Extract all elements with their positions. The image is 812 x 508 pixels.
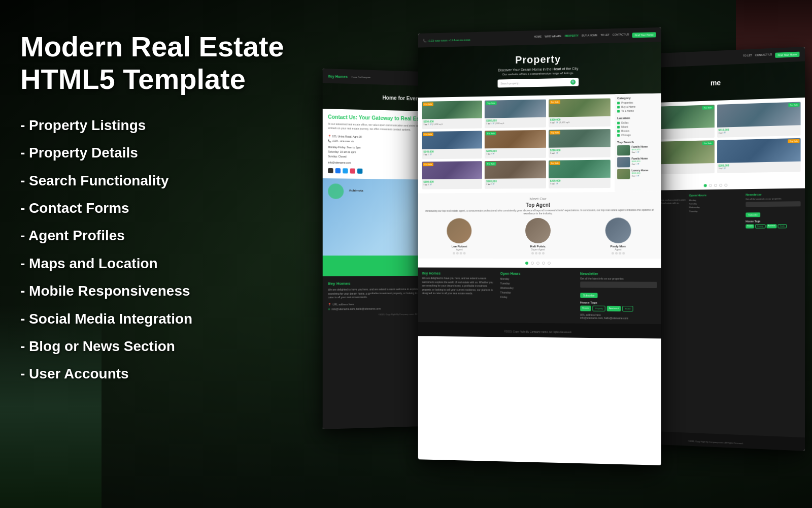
agent-card-2: Keli Polsic Super Agent xyxy=(500,218,576,255)
right-page-dot-5[interactable] xyxy=(724,184,727,187)
main-footer-subscribe-btn[interactable]: Subscribe xyxy=(580,293,598,298)
social-icon-4 xyxy=(350,168,355,173)
feature-3: - Search Functionality xyxy=(20,172,294,190)
loc-label-3: Boston xyxy=(621,130,629,133)
agent-social-3 xyxy=(580,252,657,255)
rcard-item-2: For Sale $310,000 4🛏 3🚿 xyxy=(717,102,801,137)
main-sidebar: Category Properties Buy a Home To a Home xyxy=(615,93,661,192)
page-dot-2[interactable] xyxy=(531,262,534,265)
right-tag-4: Studio xyxy=(778,224,787,228)
rcard-badge-2: For Sale xyxy=(788,103,799,107)
rcard-badge-3: For Sale xyxy=(702,141,713,145)
listing-badge-1: For Sale xyxy=(423,103,434,106)
agent-photo-3 xyxy=(605,217,631,243)
listing-item-8: For Sale $165,000 2 🛏 2 🚿 xyxy=(485,161,546,189)
main-nav-cta[interactable]: Find Your Home xyxy=(632,32,656,38)
listing-badge-6: Top Sale xyxy=(550,131,561,134)
main-footer-house-tags-title: House Tags xyxy=(580,301,657,304)
contact-hours-weekday: Monday-Friday: 9am to 5pm xyxy=(328,145,361,149)
top-search-meta-1: 3🛏 1🚿 xyxy=(632,151,648,153)
listing-img-4: For Sale xyxy=(422,131,483,149)
feature-9: - Blog or News Section xyxy=(20,337,294,356)
right-page-dot-4[interactable] xyxy=(719,184,722,187)
right-tags: Houses Property Apartment Studio xyxy=(746,224,800,229)
tag-apartment: Apartment xyxy=(607,306,621,311)
loc-checkbox-4[interactable] xyxy=(617,134,620,136)
top-search-meta-2: 2🛏 1🚿 xyxy=(632,163,648,165)
top-search-img-3 xyxy=(617,169,630,179)
s-dot-12 xyxy=(622,252,625,255)
main-nav-logo: 📞 +123-aaa-aaaa +124-aaaa-aaaa xyxy=(423,38,470,42)
main-footer-col1: Ifey Homes We are delighted to have you … xyxy=(422,271,496,319)
agents-grid: Lee Robert Agent Keli Polsic Super Agent xyxy=(422,217,657,255)
main-footer-newsletter-input[interactable] xyxy=(580,281,657,288)
feature-2: - Property Details xyxy=(20,144,294,162)
s-dot-1 xyxy=(453,252,455,255)
sidebar-location: Location Dallas Miami Boston xyxy=(617,116,659,137)
main-search-bar[interactable]: Search property... 🔍 xyxy=(498,78,579,87)
loc-checkbox-1[interactable] xyxy=(617,121,620,124)
listing-item-9: For Sale $275,000 3 🛏 2 🚿 xyxy=(549,160,611,188)
main-footer-col2: Open Hours Monday Tuesday Wednesday Thur… xyxy=(500,272,576,320)
right-page-dot-2[interactable] xyxy=(709,184,712,187)
sidebar-top-title: Top Search xyxy=(617,140,659,144)
right-tags-title: House Tags xyxy=(746,219,800,223)
main-footer-newsletter-desc: Get all the latest info on our propertie… xyxy=(580,277,657,280)
agents-title: Top Agent xyxy=(422,202,657,208)
cat-checkbox-3[interactable] xyxy=(617,110,620,112)
page-dot-5[interactable] xyxy=(548,262,551,265)
right-nav-contact: CONTACT US xyxy=(755,53,772,59)
left-nav-logo: Ifey Homes xyxy=(328,74,348,78)
right-subscribe-btn[interactable]: Subscribe xyxy=(746,212,760,217)
main-footer-col3: Newsletter Get all the latest info on ou… xyxy=(580,272,657,320)
cat-label-1: Properties xyxy=(621,101,633,104)
agent-card-3: Pauly Mon Agent xyxy=(580,217,657,255)
contact-phone: +123 - una user sin xyxy=(332,139,354,143)
page-dot-3[interactable] xyxy=(536,262,539,265)
sidebar-loc-2: Miami xyxy=(617,125,659,129)
loc-checkbox-2[interactable] xyxy=(617,125,620,128)
right-nav-cta[interactable]: Find Your Home xyxy=(775,52,799,58)
main-title: Modern Real Estate HTML5 Template xyxy=(20,30,294,96)
main-footer-hours-title: Open Hours xyxy=(500,272,576,275)
cat-checkbox-1[interactable] xyxy=(617,102,620,104)
listing-badge-4: For Sale xyxy=(423,133,434,136)
right-footer-hours: Monday Tuesday Wednesday Thursday xyxy=(689,198,743,213)
right-newsletter-input[interactable] xyxy=(746,201,800,207)
cat-checkbox-2[interactable] xyxy=(617,106,620,108)
s-dot-5 xyxy=(531,252,534,255)
listing-img-5: For Sale xyxy=(485,130,546,148)
right-page-dot-3[interactable] xyxy=(714,184,717,187)
map-city-label: Achimota xyxy=(349,189,363,192)
sidebar-cat-title: Category xyxy=(617,96,659,100)
page-dot-1[interactable] xyxy=(525,262,528,265)
sidebar-cat-3: To a Home xyxy=(617,109,659,112)
listing-badge-7: For Sale xyxy=(423,163,434,166)
page-dot-4[interactable] xyxy=(542,262,545,265)
main-footer-newsletter-title: Newsletter xyxy=(580,272,657,275)
s-dot-7 xyxy=(538,252,541,255)
agent-section: Meet Our Top Agent Introducing our top r… xyxy=(418,192,661,259)
social-icon-5 xyxy=(357,169,362,174)
agent-photo-1 xyxy=(447,218,472,243)
sidebar-loc-3: Boston xyxy=(617,129,659,133)
main-hero-desc: Our website offers a comprehensive range… xyxy=(502,71,574,76)
feature-10: - User Accounts xyxy=(20,365,294,383)
meet-our-label: Meet Our xyxy=(422,196,657,202)
loc-checkbox-3[interactable] xyxy=(617,130,620,132)
main-search-icon[interactable]: 🔍 xyxy=(570,79,576,84)
agent-role-3: Agent xyxy=(580,248,657,251)
listing-img-7: For Sale xyxy=(422,161,483,179)
listings-area: For Sale $250,000 3 🛏 2 🚿 | 1,200 sq ft … xyxy=(418,94,615,193)
right-page-dot-1[interactable] xyxy=(704,184,707,187)
listing-img-8: For Sale xyxy=(485,161,546,179)
loc-label-2: Miami xyxy=(621,125,628,128)
s-dot-3 xyxy=(460,252,462,255)
listing-item-2: Top Sale $180,000 2 🛏 1 🚿 | 900 sq ft xyxy=(485,100,546,129)
left-content: Modern Real Estate HTML5 Template - Prop… xyxy=(20,30,294,393)
sidebar-cat-1: Properties xyxy=(617,101,659,104)
contact-address: 125, Unixa Road, Agra 90 xyxy=(332,135,362,138)
loc-label-1: Dallas xyxy=(621,121,628,124)
tag-property: Property xyxy=(593,306,605,311)
right-hero-label: me xyxy=(710,79,721,87)
